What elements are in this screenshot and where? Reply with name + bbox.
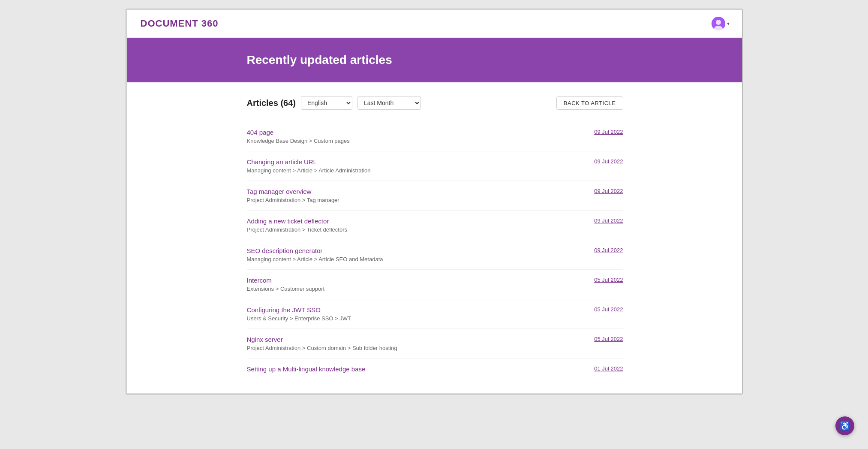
article-item: Adding a new ticket deflectorProject Adm… (247, 211, 623, 240)
articles-count-title: Articles (64) (247, 98, 296, 108)
article-item: 404 pageKnowledge Base Design > Custom p… (247, 122, 623, 151)
logo: DOCUMENT 360 (141, 18, 219, 29)
article-info: Setting up a Multi-lingual knowledge bas… (247, 365, 366, 373)
article-title[interactable]: Changing an article URL (247, 158, 371, 166)
svg-point-1 (716, 20, 721, 25)
article-date[interactable]: 05 Jul 2022 (594, 336, 623, 342)
article-breadcrumb: Managing content > Article > Article SEO… (247, 256, 383, 262)
article-date[interactable]: 09 Jul 2022 (594, 217, 623, 224)
article-item: Changing an article URLManaging content … (247, 151, 623, 181)
article-breadcrumb: Managing content > Article > Article Adm… (247, 167, 371, 174)
article-breadcrumb: Knowledge Base Design > Custom pages (247, 138, 350, 144)
article-breadcrumb: Extensions > Customer support (247, 286, 325, 292)
chevron-down-icon: ▾ (727, 21, 730, 27)
article-list: 404 pageKnowledge Base Design > Custom p… (247, 122, 623, 380)
article-date[interactable]: 05 Jul 2022 (594, 306, 623, 313)
article-info: Adding a new ticket deflectorProject Adm… (247, 217, 347, 233)
article-info: IntercomExtensions > Customer support (247, 277, 325, 292)
article-title[interactable]: 404 page (247, 129, 350, 136)
article-title[interactable]: Adding a new ticket deflector (247, 217, 347, 225)
main-content: Articles (64) English French German Span… (127, 82, 743, 393)
article-title[interactable]: Nginx server (247, 336, 397, 343)
article-date[interactable]: 09 Jul 2022 (594, 158, 623, 165)
article-item: Tag manager overviewProject Administrati… (247, 181, 623, 211)
page-banner: Recently updated articles (127, 38, 743, 82)
article-item: Setting up a Multi-lingual knowledge bas… (247, 359, 623, 380)
article-item: SEO description generatorManaging conten… (247, 240, 623, 270)
period-filter[interactable]: Last Month Last Week Last 3 Months All T… (357, 96, 421, 110)
language-filter[interactable]: English French German Spanish (301, 96, 352, 110)
article-title[interactable]: Setting up a Multi-lingual knowledge bas… (247, 365, 366, 373)
article-item: Configuring the JWT SSOUsers & Security … (247, 299, 623, 329)
logo-text: DOCUMENT 360 (141, 18, 219, 29)
article-info: Tag manager overviewProject Administrati… (247, 188, 339, 203)
header: DOCUMENT 360 ▾ (127, 10, 743, 38)
article-date[interactable]: 09 Jul 2022 (594, 247, 623, 253)
article-date[interactable]: 09 Jul 2022 (594, 188, 623, 194)
article-date[interactable]: 01 Jul 2022 (594, 365, 623, 372)
article-item: IntercomExtensions > Customer support05 … (247, 270, 623, 299)
article-breadcrumb: Users & Security > Enterprise SSO > JWT (247, 315, 351, 322)
page-title: Recently updated articles (247, 53, 623, 67)
avatar[interactable] (712, 17, 725, 30)
article-date[interactable]: 05 Jul 2022 (594, 277, 623, 283)
article-info: SEO description generatorManaging conten… (247, 247, 383, 262)
article-info: Nginx serverProject Administration > Cus… (247, 336, 397, 351)
article-breadcrumb: Project Administration > Tag manager (247, 197, 339, 203)
user-menu[interactable]: ▾ (712, 17, 730, 30)
article-breadcrumb: Project Administration > Custom domain >… (247, 345, 397, 351)
article-date[interactable]: 09 Jul 2022 (594, 129, 623, 135)
article-item: Nginx serverProject Administration > Cus… (247, 329, 623, 359)
article-breadcrumb: Project Administration > Ticket deflecto… (247, 226, 347, 233)
article-info: 404 pageKnowledge Base Design > Custom p… (247, 129, 350, 144)
article-title[interactable]: Intercom (247, 277, 325, 284)
articles-header: Articles (64) English French German Span… (247, 96, 623, 110)
back-to-article-button[interactable]: BACK TO ARTICLE (556, 96, 623, 110)
article-info: Changing an article URLManaging content … (247, 158, 371, 174)
article-title[interactable]: Tag manager overview (247, 188, 339, 195)
article-title[interactable]: SEO description generator (247, 247, 383, 254)
article-title[interactable]: Configuring the JWT SSO (247, 306, 351, 313)
article-info: Configuring the JWT SSOUsers & Security … (247, 306, 351, 322)
